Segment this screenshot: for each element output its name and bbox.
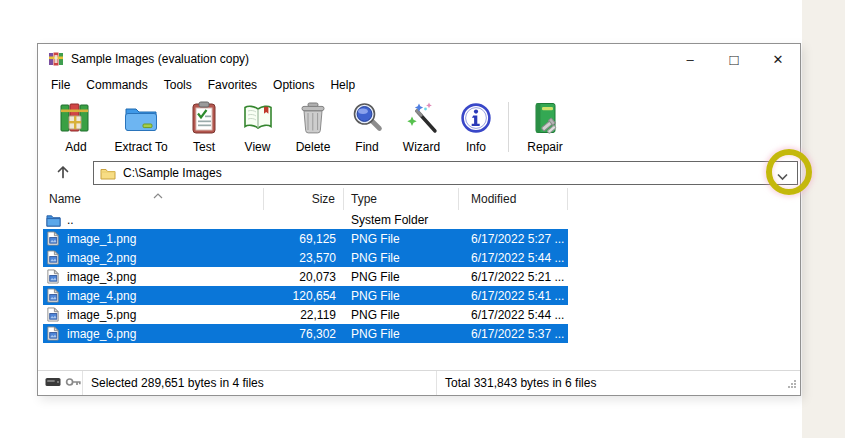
find-magnifier-icon	[349, 100, 385, 139]
row-type: PNG File	[344, 289, 459, 303]
status-total-info: Total 331,843 bytes in 6 files	[436, 371, 800, 395]
file-row[interactable]: image_4.png 120,654 PNG File 6/17/2022 5…	[43, 286, 568, 305]
updir-row[interactable]: .. System Folder	[43, 210, 568, 229]
key-icon[interactable]	[65, 376, 82, 391]
status-selected-info: Selected 289,651 bytes in 4 files	[83, 371, 436, 395]
image-file-icon	[46, 326, 61, 342]
row-size: 20,073	[264, 270, 344, 284]
row-modified: 6/17/2022 5:27 ...	[459, 232, 568, 246]
address-path-combobox[interactable]: C:\Sample Images	[93, 161, 798, 185]
row-name: ..	[67, 213, 74, 227]
row-size: 120,654	[264, 289, 344, 303]
test-button[interactable]: Test	[178, 100, 230, 154]
image-file-icon	[46, 269, 61, 285]
add-button[interactable]: Add	[48, 100, 104, 154]
row-size: 76,302	[264, 327, 344, 341]
status-icons	[38, 371, 83, 395]
toolbar-separator	[508, 102, 509, 152]
file-row[interactable]: image_6.png 76,302 PNG File 6/17/2022 5:…	[43, 324, 568, 343]
column-header-row: Name Size Type Modified	[43, 188, 800, 210]
info-button[interactable]: Info	[450, 100, 502, 154]
row-type: PNG File	[344, 270, 459, 284]
repair-button[interactable]: Repair	[515, 100, 575, 154]
wizard-button[interactable]: Wizard	[393, 100, 450, 154]
delete-trash-icon	[295, 100, 331, 139]
find-label: Find	[355, 140, 378, 154]
view-open-book-icon	[240, 100, 276, 139]
size-header-label: Size	[312, 192, 335, 206]
up-arrow-icon	[55, 164, 71, 183]
address-bar: C:\Sample Images	[38, 158, 800, 188]
row-type: PNG File	[344, 232, 459, 246]
menu-favorites[interactable]: Favorites	[200, 75, 265, 95]
title-bar[interactable]: Sample Images (evaluation copy) – □ ✕	[38, 44, 800, 74]
row-type: System Folder	[344, 213, 459, 227]
row-type: PNG File	[344, 251, 459, 265]
file-row[interactable]: image_5.png 22,119 PNG File 6/17/2022 5:…	[43, 305, 568, 324]
status-bar: Selected 289,651 bytes in 4 files Total …	[38, 370, 800, 395]
file-row[interactable]: image_2.png 23,570 PNG File 6/17/2022 5:…	[43, 248, 568, 267]
menu-file[interactable]: File	[43, 75, 78, 95]
modified-header-label: Modified	[471, 192, 516, 206]
menu-bar: File Commands Tools Favorites Options He…	[38, 74, 800, 96]
row-name: image_1.png	[67, 232, 136, 246]
info-label: Info	[466, 140, 486, 154]
delete-button[interactable]: Delete	[285, 100, 341, 154]
image-file-icon	[46, 250, 61, 266]
column-header-modified[interactable]: Modified	[459, 188, 568, 210]
annotation-highlight-circle	[766, 149, 812, 195]
info-circle-icon	[458, 100, 494, 139]
sort-ascending-icon	[153, 188, 163, 202]
menu-tools[interactable]: Tools	[156, 75, 200, 95]
minimize-button[interactable]: –	[668, 44, 712, 74]
wizard-label: Wizard	[403, 140, 440, 154]
add-archive-books-icon	[58, 100, 94, 139]
type-header-label: Type	[351, 192, 377, 206]
column-header-empty	[568, 188, 800, 210]
close-button[interactable]: ✕	[756, 44, 800, 74]
up-folder-icon	[46, 212, 61, 228]
toolbar: Add Extract To	[38, 96, 800, 158]
address-path-text: C:\Sample Images	[123, 166, 222, 180]
repair-book-bolt-icon	[527, 100, 563, 139]
view-button[interactable]: View	[230, 100, 285, 154]
add-label: Add	[65, 140, 86, 154]
row-name: image_5.png	[67, 308, 136, 322]
winrar-app-icon	[48, 51, 64, 67]
extract-to-label: Extract To	[114, 140, 167, 154]
row-size: 22,119	[264, 308, 344, 322]
disk-icon[interactable]	[45, 376, 61, 391]
row-name: image_6.png	[67, 327, 136, 341]
window-title: Sample Images (evaluation copy)	[71, 52, 249, 66]
page-background-strip	[802, 0, 845, 438]
row-modified: 6/17/2022 5:37 ...	[459, 327, 568, 341]
test-clipboard-check-icon	[186, 100, 222, 139]
view-label: View	[245, 140, 271, 154]
row-size: 69,125	[264, 232, 344, 246]
row-name: image_2.png	[67, 251, 136, 265]
extract-to-button[interactable]: Extract To	[104, 100, 178, 154]
row-modified: 6/17/2022 5:44 ...	[459, 308, 568, 322]
folder-icon	[100, 166, 116, 180]
maximize-button[interactable]: □	[712, 44, 756, 74]
column-header-size[interactable]: Size	[264, 188, 344, 210]
row-size: 23,570	[264, 251, 344, 265]
delete-label: Delete	[296, 140, 331, 154]
find-button[interactable]: Find	[341, 100, 393, 154]
up-directory-button[interactable]	[46, 161, 80, 185]
menu-commands[interactable]: Commands	[78, 75, 155, 95]
column-header-type[interactable]: Type	[344, 188, 459, 210]
winrar-window: Sample Images (evaluation copy) – □ ✕ Fi…	[37, 43, 801, 396]
menu-options[interactable]: Options	[265, 75, 322, 95]
resize-grip[interactable]	[787, 378, 797, 392]
image-file-icon	[46, 288, 61, 304]
name-header-label: Name	[49, 192, 81, 206]
row-name: image_3.png	[67, 270, 136, 284]
file-row[interactable]: image_3.png 20,073 PNG File 6/17/2022 5:…	[43, 267, 568, 286]
test-label: Test	[193, 140, 215, 154]
row-type: PNG File	[344, 327, 459, 341]
menu-help[interactable]: Help	[322, 75, 363, 95]
row-type: PNG File	[344, 308, 459, 322]
file-row[interactable]: image_1.png 69,125 PNG File 6/17/2022 5:…	[43, 229, 568, 248]
repair-label: Repair	[527, 140, 562, 154]
